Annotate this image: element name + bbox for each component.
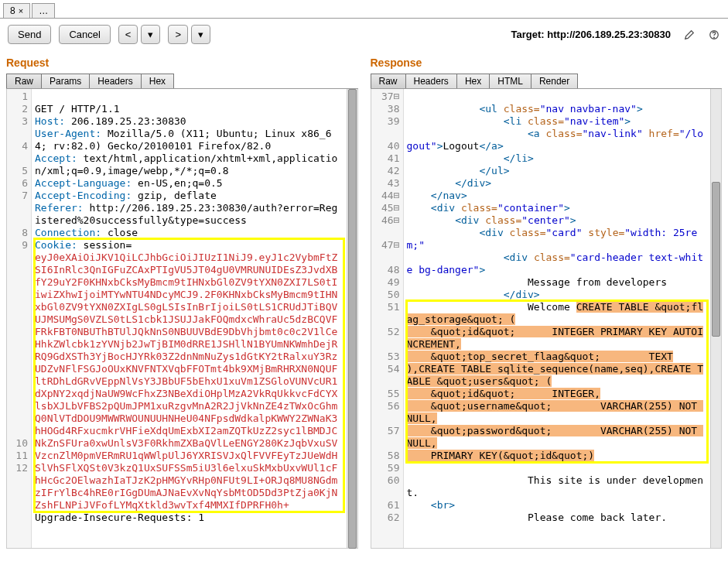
pencil-icon[interactable]: [683, 29, 696, 41]
editor-body[interactable]: <ul class="nav navbar-nav"> <li class="n…: [404, 89, 711, 548]
response-title: Response: [371, 56, 723, 69]
response-panel: Response Raw Headers Hex HTML Render 37⊟…: [364, 50, 729, 549]
tab-hex[interactable]: Hex: [141, 74, 174, 88]
cancel-button[interactable]: Cancel: [59, 25, 110, 44]
line-gutter: 123456789101112: [7, 89, 32, 548]
send-button[interactable]: Send: [8, 25, 51, 44]
scrollbar[interactable]: [347, 89, 357, 548]
tab-params[interactable]: Params: [41, 74, 90, 88]
request-title: Request: [6, 56, 358, 69]
tab-overflow[interactable]: …: [32, 3, 55, 18]
close-icon[interactable]: ×: [19, 6, 23, 15]
tab-raw[interactable]: Raw: [371, 74, 406, 88]
prev-menu-button[interactable]: ▾: [141, 25, 160, 44]
tab-hex[interactable]: Hex: [456, 74, 490, 88]
prev-button[interactable]: <: [118, 25, 138, 44]
scroll-thumb[interactable]: [712, 182, 720, 337]
tab-8[interactable]: 8 ×: [3, 3, 30, 18]
tab-render[interactable]: Render: [531, 74, 578, 88]
session-cookie: eyJ0eXAiOiJKV1QiLCJhbGciOiJIUzI1NiJ9.eyJ…: [35, 252, 337, 511]
tab-headers[interactable]: Headers: [89, 74, 141, 88]
tab-headers[interactable]: Headers: [405, 74, 457, 88]
target-url: http://206.189.25.23:30830: [547, 29, 671, 40]
nav-next-group: > ▾: [168, 25, 210, 44]
toolbar: Send Cancel < ▾ > ▾ Target: http://206.1…: [0, 19, 728, 50]
tab-label: …: [39, 5, 48, 16]
document-tabbar: 8 × …: [0, 0, 728, 19]
nav-prev-group: < ▾: [118, 25, 161, 44]
sql-injection-result: Welcome CREATE TABLE &quot;flag_storage&…: [407, 301, 708, 462]
svg-point-1: [714, 37, 715, 38]
response-subtabs: Raw Headers Hex HTML Render: [371, 74, 723, 89]
next-button[interactable]: >: [168, 25, 188, 44]
target-label: Target: http://206.189.25.23:30830: [511, 29, 671, 40]
scrollbar[interactable]: [710, 89, 721, 548]
tab-label: 8: [10, 5, 15, 16]
response-editor[interactable]: 37⊟38394041424344⊟45⊟46⊟47⊟4849505152535…: [371, 89, 723, 549]
tab-html[interactable]: HTML: [489, 74, 531, 88]
scroll-thumb[interactable]: [348, 89, 357, 549]
request-subtabs: Raw Params Headers Hex: [6, 74, 358, 89]
request-editor[interactable]: 123456789101112 GET / HTTP/1.1 Host: 206…: [6, 89, 358, 549]
editor-body[interactable]: GET / HTTP/1.1 Host: 206.189.25.23:30830…: [32, 89, 347, 548]
next-menu-button[interactable]: ▾: [191, 25, 210, 44]
tab-raw[interactable]: Raw: [6, 74, 42, 88]
request-panel: Request Raw Params Headers Hex 123456789…: [0, 50, 364, 549]
help-icon[interactable]: [708, 29, 720, 41]
line-gutter: 37⊟38394041424344⊟45⊟46⊟47⊟4849505152535…: [371, 89, 404, 548]
